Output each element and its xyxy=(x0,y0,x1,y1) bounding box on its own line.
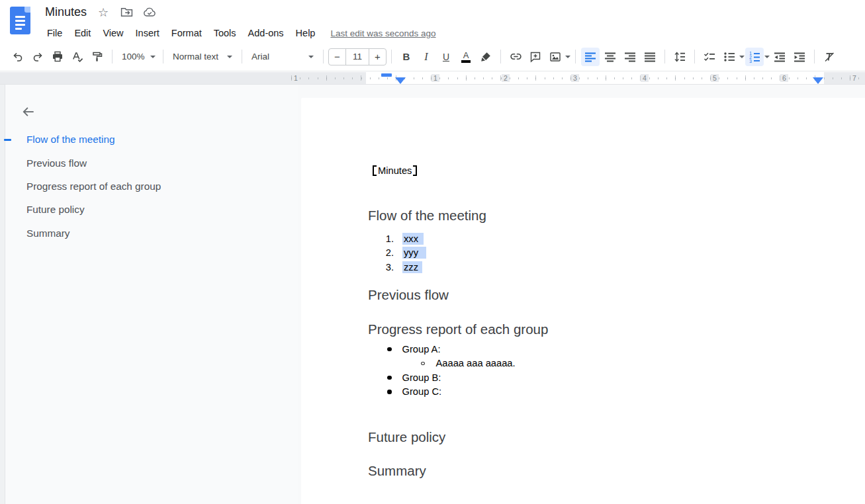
italic-button[interactable]: I xyxy=(417,48,435,66)
justify-button[interactable] xyxy=(641,48,659,66)
list-item: Aaaaa aaa aaaaa. xyxy=(387,357,516,371)
insert-image-control xyxy=(545,48,570,66)
clear-formatting-button[interactable] xyxy=(820,48,839,66)
selected-text[interactable]: xxx xyxy=(402,233,424,245)
outline-item-flow-of-the-meeting[interactable]: Flow of the meeting xyxy=(26,134,115,146)
document-outline-panel: Flow of the meeting Previous flow Progre… xyxy=(5,85,298,504)
close-outline-button[interactable] xyxy=(19,102,38,122)
menu-format[interactable]: Format xyxy=(165,26,208,40)
bullet-icon xyxy=(387,347,392,352)
list-item: Group A: xyxy=(387,342,516,357)
list-item: Group B: xyxy=(387,370,516,385)
spelling-check-button[interactable] xyxy=(68,48,87,66)
ruler-number: 2 xyxy=(502,74,510,82)
content-area: Flow of the meeting Previous flow Progre… xyxy=(0,85,865,504)
numbered-list[interactable]: 1. xxx 2. yyy 3. zzz xyxy=(384,231,426,274)
insert-image-button[interactable] xyxy=(546,48,565,66)
outline-item-progress-report[interactable]: Progress report of each group xyxy=(26,181,161,192)
bullet-icon xyxy=(387,390,392,394)
outline-active-indicator xyxy=(4,139,11,141)
doc-title-line[interactable]: Minutes xyxy=(373,165,417,176)
list-text[interactable]: Group C: xyxy=(402,386,442,397)
numbered-list-control: 1 2 3 xyxy=(745,48,770,66)
document-title[interactable]: Minutes xyxy=(45,5,87,19)
heading-future-policy[interactable]: Future policy xyxy=(368,429,445,445)
document-page[interactable]: Minutes Flow of the meeting 1. xxx 2. yy… xyxy=(301,98,865,504)
star-icon[interactable]: ☆ xyxy=(97,6,110,19)
menu-tools[interactable]: Tools xyxy=(208,26,242,40)
checklist-button[interactable] xyxy=(700,48,719,66)
increase-indent-button[interactable] xyxy=(790,48,809,66)
outline-item-previous-flow[interactable]: Previous flow xyxy=(26,157,87,169)
zoom-select[interactable]: 100% xyxy=(117,48,158,66)
list-item: 2. yyy xyxy=(384,246,426,261)
list-text[interactable]: Group A: xyxy=(402,344,441,355)
menu-view[interactable]: View xyxy=(97,26,129,40)
bulleted-list-button[interactable] xyxy=(720,48,739,66)
first-line-indent-marker[interactable] xyxy=(381,73,392,77)
font-family-select[interactable]: Arial xyxy=(247,48,318,66)
menu-insert[interactable]: Insert xyxy=(130,26,165,40)
insert-link-button[interactable] xyxy=(506,48,525,66)
line-spacing-button[interactable] xyxy=(670,48,689,66)
google-docs-logo-icon[interactable] xyxy=(10,7,30,34)
align-left-button[interactable] xyxy=(581,48,600,66)
horizontal-ruler[interactable]: 1 1 2 3 4 5 6 7 xyxy=(0,72,865,85)
underline-button[interactable]: U xyxy=(437,48,455,66)
menu-addons[interactable]: Add-ons xyxy=(242,26,290,40)
list-text[interactable]: Group B: xyxy=(402,372,441,383)
heading-progress-report[interactable]: Progress report of each group xyxy=(368,321,548,337)
heading-summary[interactable]: Summary xyxy=(368,463,426,479)
menu-edit[interactable]: Edit xyxy=(68,26,97,40)
increase-font-size-button[interactable]: + xyxy=(369,49,386,65)
chevron-down-icon xyxy=(150,56,156,58)
bulleted-list-options-caret[interactable] xyxy=(739,56,745,58)
font-size-value[interactable]: 11 xyxy=(345,49,369,65)
document-status-cloud-icon[interactable] xyxy=(143,6,156,19)
ruler-number: 1 xyxy=(432,74,439,82)
last-edit-link[interactable]: Last edit was seconds ago xyxy=(330,28,435,38)
bullet-icon xyxy=(387,376,392,380)
numbered-list-options-caret[interactable] xyxy=(764,56,770,58)
heading-previous-flow[interactable]: Previous flow xyxy=(368,287,449,303)
decrease-font-size-button[interactable]: − xyxy=(329,49,345,65)
list-text[interactable]: Aaaaa aaa aaaaa. xyxy=(436,358,516,368)
paint-format-button[interactable] xyxy=(88,48,107,66)
ruler-number: 4 xyxy=(641,74,649,82)
align-right-button[interactable] xyxy=(621,48,639,66)
heading-flow-of-the-meeting[interactable]: Flow of the meeting xyxy=(368,208,486,224)
image-options-caret[interactable] xyxy=(565,56,570,58)
header: Minutes ☆ File Edit View Insert Format T xyxy=(0,0,865,42)
redo-button[interactable] xyxy=(28,48,47,66)
menu-file[interactable]: File xyxy=(41,26,68,40)
bold-button[interactable]: B xyxy=(397,48,416,66)
decrease-indent-button[interactable] xyxy=(770,48,789,66)
right-indent-marker[interactable] xyxy=(813,77,823,84)
move-to-folder-icon[interactable] xyxy=(120,6,133,19)
lenticular-bracket-open xyxy=(373,165,377,176)
left-indent-marker[interactable] xyxy=(395,77,406,84)
bulleted-list[interactable]: Group A: Aaaaa aaa aaaaa. Group B: Group… xyxy=(387,342,516,399)
undo-button[interactable] xyxy=(9,48,27,66)
list-item: 1. xxx xyxy=(384,231,426,246)
toolbar: 100% Normal text Arial − 11 + B I U A xyxy=(0,42,865,71)
add-comment-button[interactable] xyxy=(526,48,545,66)
menu-help[interactable]: Help xyxy=(290,26,322,40)
align-center-button[interactable] xyxy=(601,48,619,66)
list-item: 3. zzz xyxy=(384,260,426,274)
text-color-button[interactable]: A xyxy=(457,48,475,66)
numbered-list-button[interactable]: 1 2 3 xyxy=(745,48,764,66)
ruler-number: 3 xyxy=(571,74,579,82)
outline-item-summary[interactable]: Summary xyxy=(26,228,69,239)
paragraph-style-select[interactable]: Normal text xyxy=(168,48,237,66)
outline-item-future-policy[interactable]: Future policy xyxy=(26,204,85,216)
font-size-control: − 11 + xyxy=(328,48,387,65)
selected-text[interactable]: yyy xyxy=(402,247,426,259)
text-color-swatch xyxy=(461,60,471,63)
list-item: Group C: xyxy=(387,385,516,399)
svg-text:3: 3 xyxy=(749,58,752,62)
print-button[interactable] xyxy=(48,48,67,66)
highlight-color-button[interactable] xyxy=(477,48,495,66)
selected-text[interactable]: zzz xyxy=(402,261,422,273)
ruler-number: 5 xyxy=(711,74,719,82)
